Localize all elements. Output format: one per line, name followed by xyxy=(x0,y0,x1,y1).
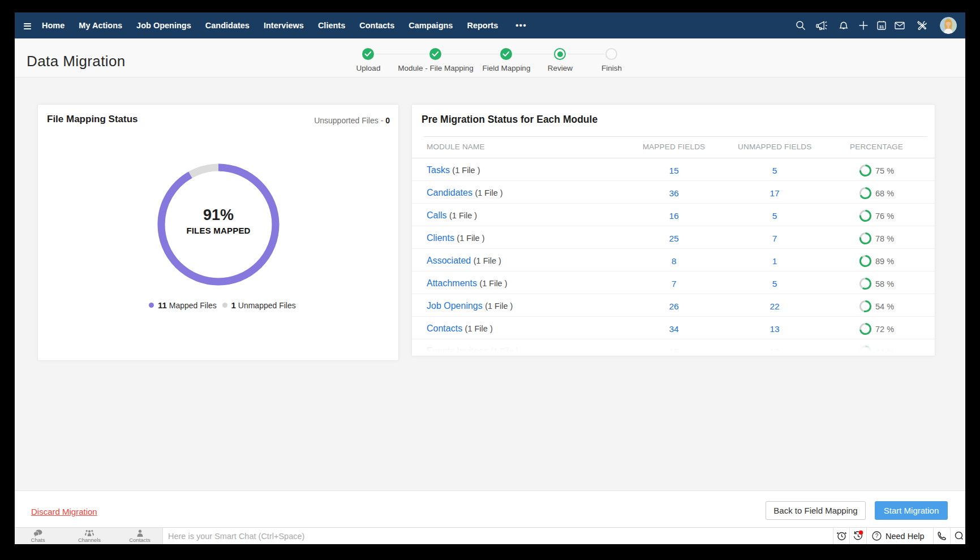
svg-text:?: ? xyxy=(875,533,879,539)
svg-text:31: 31 xyxy=(879,24,884,29)
